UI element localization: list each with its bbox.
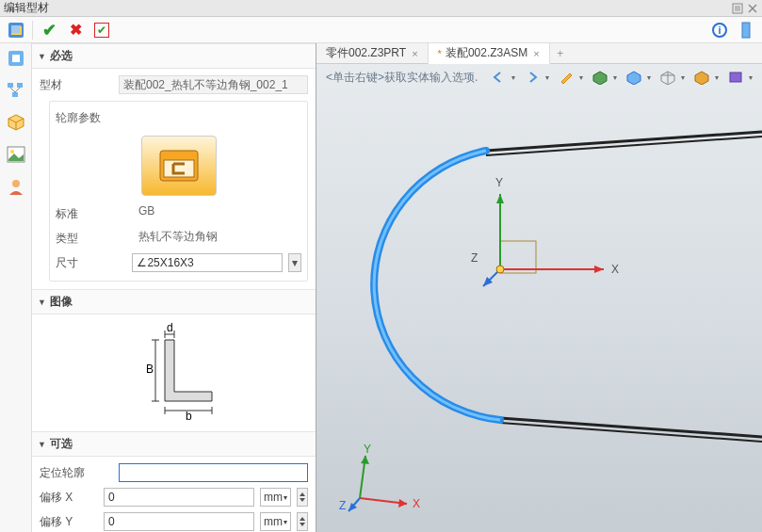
panel-title: 编辑型材 (4, 0, 728, 16)
info-button[interactable]: i (709, 20, 730, 40)
profile-diagram: d B b (32, 314, 316, 431)
collapse-icon: ▼ (38, 52, 46, 61)
axis-x-small: X (413, 497, 420, 510)
profile-label: 型材 (40, 77, 113, 93)
property-panel: ▼ 必选 型材 轮廓参数 标准 GB 类型 热轧不等边角钢 (32, 43, 316, 532)
params-label: 轮廓参数 (56, 110, 101, 126)
type-label: 类型 (56, 231, 129, 247)
tab-add-button[interactable]: + (550, 47, 571, 60)
svg-marker-32 (300, 492, 305, 496)
tab-assembly[interactable]: * 装配002.Z3ASM × (429, 43, 550, 64)
size-dropdown-arrow[interactable]: ▾ (288, 253, 301, 272)
svg-point-56 (496, 266, 504, 273)
tab-close-icon[interactable]: × (533, 48, 539, 59)
svg-line-45 (486, 132, 762, 151)
axis-z: Z (471, 251, 478, 265)
svg-line-48 (500, 423, 762, 442)
svg-rect-8 (12, 55, 20, 62)
svg-marker-60 (361, 456, 369, 464)
profile-thumbnail[interactable] (141, 136, 217, 196)
section-label: 必选 (50, 48, 73, 64)
axis-y: Y (495, 176, 503, 189)
svg-marker-34 (300, 517, 305, 521)
locate-profile-input[interactable] (119, 463, 308, 482)
standard-label: 标准 (56, 206, 129, 222)
picture-icon[interactable] (7, 145, 25, 164)
section-label: 图像 (50, 294, 73, 310)
svg-marker-33 (300, 498, 305, 502)
axis-y-small: Y (364, 443, 371, 456)
assembly-tree-icon[interactable] (7, 49, 25, 68)
svg-line-13 (15, 88, 20, 92)
size-dropdown[interactable] (132, 253, 283, 272)
tab-label: 装配002.Z3ASM (446, 45, 527, 61)
expand-button[interactable] (736, 20, 756, 40)
svg-marker-53 (496, 194, 504, 203)
section-optional[interactable]: ▼ 可选 (32, 431, 316, 457)
collapse-icon: ▼ (38, 298, 46, 307)
dim-b: b (186, 410, 192, 423)
svg-marker-51 (594, 266, 604, 273)
svg-rect-49 (500, 241, 536, 273)
svg-marker-58 (398, 499, 407, 508)
offsetx-unit[interactable]: mm▾ (260, 488, 291, 507)
ok-button[interactable]: ✔ (39, 20, 59, 40)
tab-close-icon[interactable]: × (412, 48, 417, 59)
svg-rect-1 (735, 6, 740, 11)
size-label: 尺寸 (56, 255, 126, 271)
svg-rect-9 (8, 83, 13, 88)
apply-button[interactable]: ✔ (91, 20, 112, 40)
left-toolbar (0, 43, 32, 532)
modified-icon: * (438, 48, 442, 59)
svg-rect-11 (12, 92, 18, 97)
dock-icon[interactable] (732, 3, 743, 14)
offsety-stepper[interactable] (297, 512, 308, 531)
offsetx-input[interactable] (104, 488, 254, 507)
close-panel-icon[interactable] (747, 3, 758, 14)
feature-icon[interactable] (6, 20, 26, 40)
axis-x: X (611, 263, 619, 276)
tab-part[interactable]: 零件002.Z3PRT × (316, 43, 429, 64)
axis-z-small: Z (339, 499, 346, 512)
collapse-icon: ▼ (38, 440, 46, 449)
cancel-button[interactable]: ✖ (65, 20, 86, 40)
svg-line-12 (10, 88, 15, 92)
svg-marker-35 (300, 523, 305, 526)
section-image[interactable]: ▼ 图像 (32, 289, 316, 314)
document-tabs: 零件002.Z3PRT × * 装配002.Z3ASM × + (316, 43, 762, 64)
title-bar: 编辑型材 (0, 0, 762, 17)
standard-value: GB (135, 204, 301, 223)
offsetx-label: 偏移 X (40, 490, 98, 506)
tree-icon[interactable] (7, 81, 25, 100)
offsety-label: 偏移 Y (40, 514, 98, 530)
type-value: 热轧不等边角钢 (135, 229, 301, 248)
svg-rect-10 (17, 83, 23, 88)
tab-label: 零件002.Z3PRT (326, 45, 406, 61)
svg-point-19 (10, 150, 14, 153)
section-required[interactable]: ▼ 必选 (32, 43, 316, 69)
svg-rect-6 (742, 23, 750, 38)
dim-B: B (146, 363, 154, 376)
svg-line-46 (486, 137, 762, 155)
dim-d: d (167, 321, 173, 334)
offsetx-stepper[interactable] (297, 488, 308, 507)
orientation-triad: X Y Z (322, 442, 426, 526)
profile-value[interactable] (119, 75, 308, 94)
confirm-toolbar: ✔ ✖ ✔ i (0, 17, 762, 43)
section-label: 可选 (50, 436, 73, 452)
cube-icon[interactable] (7, 113, 25, 132)
viewport[interactable]: 零件002.Z3PRT × * 装配002.Z3ASM × + <单击右键>获取… (316, 43, 762, 532)
svg-line-47 (500, 418, 762, 437)
locate-profile-label: 定位轮廓 (40, 465, 113, 481)
svg-point-20 (12, 180, 20, 187)
user-icon[interactable] (7, 177, 25, 196)
offsety-input[interactable] (104, 512, 254, 531)
offsety-unit[interactable]: mm▾ (260, 512, 291, 531)
